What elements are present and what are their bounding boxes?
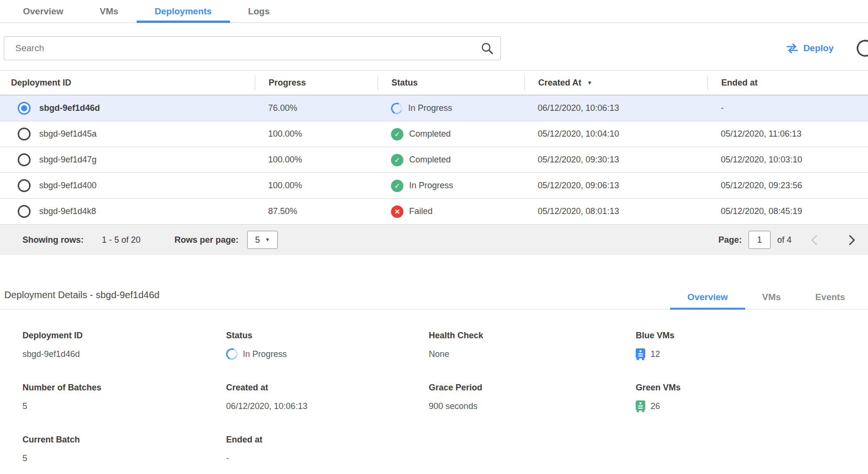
table-row[interactable]: sbgd-9ef1d45a 100.00% ✓ × Completed 05/1… (0, 121, 868, 147)
spinner-icon (225, 347, 239, 362)
created-at-cell: 05/12/2020, 09:06:13 (524, 181, 707, 191)
page-total: of 4 (777, 235, 792, 245)
rows-per-page-label: Rows per page: (174, 235, 239, 245)
status-label: Completed (409, 129, 451, 139)
created-at-cell: 06/12/2020, 10:06:13 (524, 103, 707, 113)
table-header-row: Deployment ID Progress Status Created At… (0, 70, 868, 96)
table-row[interactable]: sbgd-9ef1d47g 100.00% ✓ × Completed 05/1… (0, 147, 868, 173)
status-icon: ✓ × (391, 128, 403, 140)
detail-field-blue-vms: Blue VMs 12 (636, 331, 868, 360)
progress-cell: 87.50% (255, 206, 378, 216)
field-value: 06/12/2020, 10:06:13 (226, 401, 307, 411)
deployment-details-grid: Deployment ID sbgd-9ef1d46d Status In Pr… (0, 310, 868, 464)
next-page-button[interactable] (848, 235, 856, 246)
deploy-button[interactable]: Deploy (786, 43, 834, 54)
table-pagination-bar: Showing rows: 1 - 5 of 20 Rows per page:… (0, 225, 868, 255)
search-icon (481, 42, 494, 55)
field-value: 12 (651, 349, 660, 359)
detail-field-deployment-id: Deployment ID sbgd-9ef1d46d (22, 331, 226, 360)
column-header-deployment-id[interactable]: Deployment ID (0, 75, 255, 90)
details-tab-events[interactable]: Events (798, 292, 862, 309)
row-radio[interactable] (18, 128, 31, 140)
ended-at-cell: 05/12/2020, 08:45:19 (707, 206, 868, 216)
table-row[interactable]: sbgd-9ef1d400 100.00% ✓ × In Progress 05… (0, 173, 868, 199)
status-label: Failed (409, 206, 433, 216)
detail-field-grace-period: Grace Period 900 seconds (429, 383, 636, 412)
deployment-id-cell: sbgd-9ef1d45a (39, 129, 97, 139)
status-cell: ✓ × Failed (378, 205, 524, 218)
deployment-id-cell: sbgd-9ef1d47g (39, 155, 97, 165)
detail-field-status: Status In Progress (226, 331, 429, 360)
table-row[interactable]: sbgd-9ef1d46d 76.00% ✓ × In Progress 06/… (0, 96, 868, 121)
details-tab-vms[interactable]: VMs (745, 292, 798, 309)
row-radio[interactable] (18, 205, 31, 218)
detail-field-created-at: Created at 06/12/2020, 10:06:13 (226, 383, 429, 412)
rows-per-page-select[interactable]: 5 ▼ (247, 231, 278, 249)
deployment-id-cell: sbgd-9ef1d400 (39, 181, 97, 191)
status-icon: ✓ × (391, 180, 403, 192)
status-label: In Progress (409, 181, 453, 191)
check-circle-icon: ✓ (391, 128, 403, 140)
main-tabbar: Overview VMs Deployments Logs (0, 0, 868, 23)
field-value: 5 (22, 401, 27, 411)
progress-cell: 76.00% (255, 103, 378, 113)
deploy-button-label: Deploy (803, 43, 834, 54)
field-label: Health Check (429, 331, 636, 341)
column-header-progress[interactable]: Progress (255, 75, 378, 90)
ended-at-cell: 05/12/2020, 11:06:13 (707, 129, 868, 139)
detail-field-green-vms: Green VMs 26 (636, 383, 868, 412)
field-icon (226, 348, 238, 360)
ended-at-cell: - (707, 103, 868, 113)
search-input[interactable] (4, 36, 501, 60)
status-cell: ✓ × Completed (378, 154, 524, 166)
deployment-details-header: Deployment Details - sbgd-9ef1d46d Overv… (0, 290, 868, 310)
prev-page-button[interactable] (811, 235, 818, 246)
column-header-ended-at[interactable]: Ended at (707, 75, 868, 90)
dropdown-caret-icon: ▼ (265, 237, 270, 242)
table-row[interactable]: sbgd-9ef1d4k8 87.50% ✓ × Failed 05/12/20… (0, 199, 868, 225)
column-header-created-at-label: Created At (538, 78, 581, 88)
tab-vms[interactable]: VMs (82, 0, 137, 22)
sort-desc-icon: ▼ (587, 80, 592, 86)
refresh-icon[interactable] (856, 39, 868, 58)
column-header-status[interactable]: Status (378, 75, 524, 90)
rows-per-page-value: 5 (255, 235, 260, 245)
status-label: Completed (409, 155, 451, 165)
pager: Page: of 4 (718, 231, 856, 249)
row-radio[interactable] (18, 179, 31, 192)
detail-field-ended-at: Ended at - (226, 435, 429, 464)
detail-field-current-batch: Current Batch 5 (22, 435, 226, 464)
error-circle-icon: × (391, 205, 403, 218)
tab-logs[interactable]: Logs (230, 0, 288, 22)
deployment-id-cell: sbgd-9ef1d4k8 (39, 206, 96, 216)
field-label: Blue VMs (636, 331, 868, 341)
field-label: Current Batch (22, 435, 226, 445)
tab-overview[interactable]: Overview (5, 0, 82, 22)
tab-deployments[interactable]: Deployments (137, 0, 230, 22)
search-box (4, 36, 501, 60)
detail-field-number-of-batches: Number of Batches 5 (22, 383, 226, 412)
page-input[interactable] (749, 231, 770, 249)
field-value: - (226, 453, 229, 463)
status-cell: ✓ × In Progress (378, 103, 524, 114)
showing-rows-label: Showing rows: (22, 235, 84, 245)
field-label: Created at (226, 383, 429, 393)
ended-at-cell: 05/12/2020, 10:03:10 (707, 155, 868, 165)
created-at-cell: 05/12/2020, 08:01:13 (524, 206, 707, 216)
vm-icon (636, 348, 645, 360)
field-label: Number of Batches (22, 383, 226, 393)
details-tab-overview[interactable]: Overview (670, 292, 745, 309)
row-radio[interactable] (18, 102, 31, 115)
field-value: sbgd-9ef1d46d (22, 349, 80, 359)
field-value: In Progress (243, 349, 287, 359)
status-icon: ✓ × (391, 103, 402, 114)
status-cell: ✓ × In Progress (378, 180, 524, 192)
row-radio[interactable] (18, 153, 31, 166)
created-at-cell: 05/12/2020, 10:04:10 (524, 129, 707, 139)
page-label: Page: (718, 235, 742, 245)
field-value: 5 (22, 453, 27, 463)
showing-rows-value: 1 - 5 of 20 (102, 235, 141, 245)
field-label: Status (226, 331, 429, 341)
deployment-id-cell: sbgd-9ef1d46d (39, 103, 100, 113)
column-header-created-at[interactable]: Created At ▼ (524, 75, 707, 90)
